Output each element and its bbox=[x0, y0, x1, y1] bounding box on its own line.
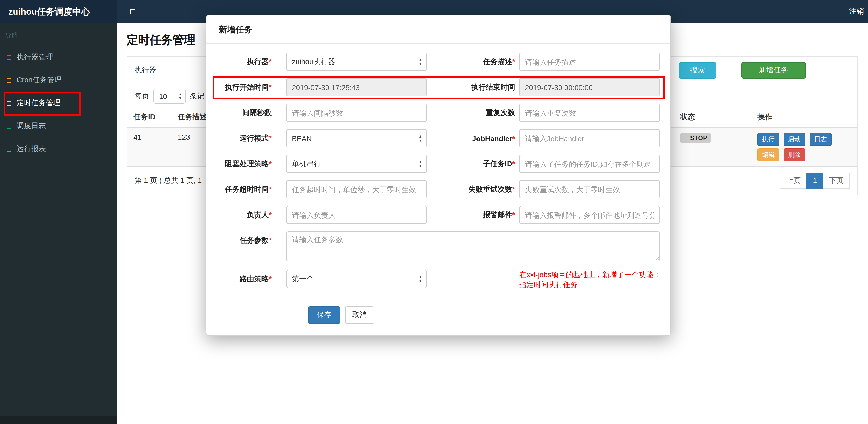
sidebar-footer bbox=[0, 416, 117, 424]
alarm-email-label: 报警邮件* bbox=[427, 210, 519, 220]
page-1-button[interactable]: 1 bbox=[806, 173, 823, 189]
alarm-email-input[interactable] bbox=[519, 206, 660, 224]
form-row: 运行模式* BEAN ▲▼ JobHandler* bbox=[218, 129, 659, 148]
edit-button[interactable]: 编辑 bbox=[757, 149, 779, 161]
sidebar-item-cron-jobs[interactable]: Cron任务管理 bbox=[0, 69, 117, 92]
per-page-suffix: 条记 bbox=[190, 91, 204, 101]
per-page-select[interactable]: 10 ▲▼ bbox=[153, 89, 186, 104]
feature-note: 在xxl-jobs项目的基础上，新增了一个功能： 指定时间执行任务 bbox=[519, 270, 660, 290]
feature-note-line2: 指定时间执行任务 bbox=[519, 280, 660, 290]
modal-footer: 保存 取消 bbox=[207, 298, 671, 335]
sidebar-item-timed-jobs[interactable]: 定时任务管理 bbox=[0, 92, 117, 115]
cell-job-id: 41 bbox=[127, 128, 172, 166]
interval-input[interactable] bbox=[286, 104, 427, 122]
run-button[interactable]: 执行 bbox=[757, 133, 779, 146]
sidebar-section-title: 导航 bbox=[0, 23, 117, 46]
prev-page-button[interactable]: 上页 bbox=[780, 173, 807, 189]
form-row: 路由策略* 第一个 ▲▼ 在xxl-jobs项目的基础上，新增了一个功能： 指定… bbox=[218, 269, 659, 290]
form-row: 间隔秒数 重复次数 bbox=[218, 104, 659, 122]
job-params-label: 任务参数* bbox=[218, 231, 286, 250]
square-outline-icon bbox=[7, 101, 11, 105]
sidebar-toggle-icon bbox=[130, 9, 135, 14]
add-job-button[interactable]: 新增任务 bbox=[741, 62, 806, 79]
cell-actions: 执行 启动 日志 编辑 删除 bbox=[751, 128, 857, 166]
fail-retry-label: 失败重试次数* bbox=[427, 185, 519, 194]
pagination: 上页 1 下页 bbox=[780, 173, 850, 189]
job-handler-input[interactable] bbox=[519, 129, 660, 148]
brand-link[interactable]: zuihou任务调度中心 bbox=[0, 0, 117, 23]
col-header-status: 状态 bbox=[674, 107, 751, 128]
log-button[interactable]: 日志 bbox=[810, 133, 832, 146]
block-strategy-label: 阻塞处理策略* bbox=[218, 159, 286, 168]
sidebar-item-dispatch-log[interactable]: 调度日志 bbox=[0, 115, 117, 137]
executor-label: 执行器* bbox=[218, 57, 286, 66]
start-button[interactable]: 启动 bbox=[783, 133, 805, 146]
search-button[interactable]: 搜索 bbox=[679, 62, 716, 79]
per-page-value: 10 bbox=[159, 92, 167, 100]
block-strategy-select-value: 单机串行 bbox=[292, 159, 321, 168]
select-caret-icon: ▲▼ bbox=[178, 92, 182, 100]
select-caret-icon: ▲▼ bbox=[418, 134, 422, 142]
status-badge: STOP bbox=[680, 133, 711, 143]
col-header-job-id: 任务ID bbox=[127, 107, 172, 128]
start-time-input[interactable] bbox=[286, 78, 427, 96]
sidebar-item-label: Cron任务管理 bbox=[17, 75, 62, 85]
form-row: 任务参数* bbox=[218, 231, 659, 261]
job-params-textarea[interactable] bbox=[286, 231, 660, 261]
sidebar-item-executor-manage[interactable]: 执行器管理 bbox=[0, 46, 117, 69]
modal-body: 执行器* zuihou执行器 ▲▼ 任务描述* 执行开始时间* 执行结束时间 间… bbox=[207, 44, 671, 290]
job-desc-input[interactable] bbox=[519, 53, 660, 71]
interval-label: 间隔秒数 bbox=[218, 108, 286, 118]
square-outline-icon bbox=[7, 124, 11, 128]
sidebar-item-label: 定时任务管理 bbox=[17, 98, 60, 108]
end-time-label: 执行结束时间 bbox=[427, 83, 519, 92]
sidebar-item-label: 运行报表 bbox=[17, 144, 46, 154]
start-time-label: 执行开始时间* bbox=[218, 83, 286, 92]
sidebar: 导航 执行器管理 Cron任务管理 定时任务管理 调度日志 运行报表 bbox=[0, 23, 117, 424]
repeat-label: 重复次数 bbox=[427, 108, 519, 118]
square-outline-icon bbox=[7, 146, 11, 151]
form-row-times: 执行开始时间* 执行结束时间 bbox=[218, 78, 659, 96]
executor-select-value: zuihou执行器 bbox=[292, 57, 336, 66]
add-job-modal: 新增任务 执行器* zuihou执行器 ▲▼ 任务描述* 执行开始时间* 执行结… bbox=[206, 14, 671, 336]
app-root: zuihou任务调度中心 注销 导航 执行器管理 Cron任务管理 定时任务管理… bbox=[0, 0, 868, 424]
fail-retry-input[interactable] bbox=[519, 180, 660, 198]
end-time-input[interactable] bbox=[519, 78, 660, 96]
route-strategy-label: 路由策略* bbox=[218, 274, 286, 284]
pagination-info: 第 1 页 ( 总共 1 页, 1 bbox=[134, 176, 202, 186]
executor-select[interactable]: zuihou执行器 ▲▼ bbox=[286, 53, 427, 71]
owner-input[interactable] bbox=[286, 206, 427, 224]
child-job-label: 子任务ID* bbox=[427, 159, 519, 168]
timeout-label: 任务超时时间* bbox=[218, 185, 286, 194]
modal-title: 新增任务 bbox=[207, 15, 671, 44]
sidebar-item-label: 调度日志 bbox=[17, 121, 46, 131]
run-mode-select[interactable]: BEAN ▲▼ bbox=[286, 129, 427, 148]
run-mode-select-value: BEAN bbox=[292, 134, 312, 142]
sidebar-item-run-report[interactable]: 运行报表 bbox=[0, 137, 117, 160]
feature-note-line1: 在xxl-jobs项目的基础上，新增了一个功能： bbox=[519, 270, 660, 280]
route-strategy-select[interactable]: 第一个 ▲▼ bbox=[286, 270, 427, 288]
form-row: 执行器* zuihou执行器 ▲▼ 任务描述* bbox=[218, 53, 659, 71]
sidebar-toggle-button[interactable] bbox=[127, 6, 138, 17]
cell-status: STOP bbox=[674, 128, 751, 166]
block-strategy-select[interactable]: 单机串行 ▲▼ bbox=[286, 155, 427, 173]
form-row: 阻塞处理策略* 单机串行 ▲▼ 子任务ID* bbox=[218, 155, 659, 173]
save-button[interactable]: 保存 bbox=[308, 306, 340, 324]
col-header-actions: 操作 bbox=[751, 107, 857, 128]
timeout-input[interactable] bbox=[286, 180, 427, 198]
select-caret-icon: ▲▼ bbox=[418, 160, 422, 168]
next-page-button[interactable]: 下页 bbox=[823, 173, 850, 189]
owner-label: 负责人* bbox=[218, 210, 286, 220]
job-desc-label: 任务描述* bbox=[427, 57, 519, 66]
route-strategy-select-value: 第一个 bbox=[292, 274, 314, 284]
child-job-input[interactable] bbox=[519, 155, 660, 173]
sidebar-item-label: 执行器管理 bbox=[17, 53, 53, 62]
repeat-input[interactable] bbox=[519, 104, 660, 122]
brand-title: zuihou任务调度中心 bbox=[8, 5, 90, 18]
logout-link[interactable]: 注销 bbox=[845, 7, 868, 16]
form-row: 负责人* 报警邮件* bbox=[218, 206, 659, 224]
delete-button[interactable]: 删除 bbox=[783, 149, 805, 161]
form-row: 任务超时时间* 失败重试次数* bbox=[218, 180, 659, 198]
cancel-button[interactable]: 取消 bbox=[345, 306, 374, 324]
select-caret-icon: ▲▼ bbox=[418, 58, 422, 66]
